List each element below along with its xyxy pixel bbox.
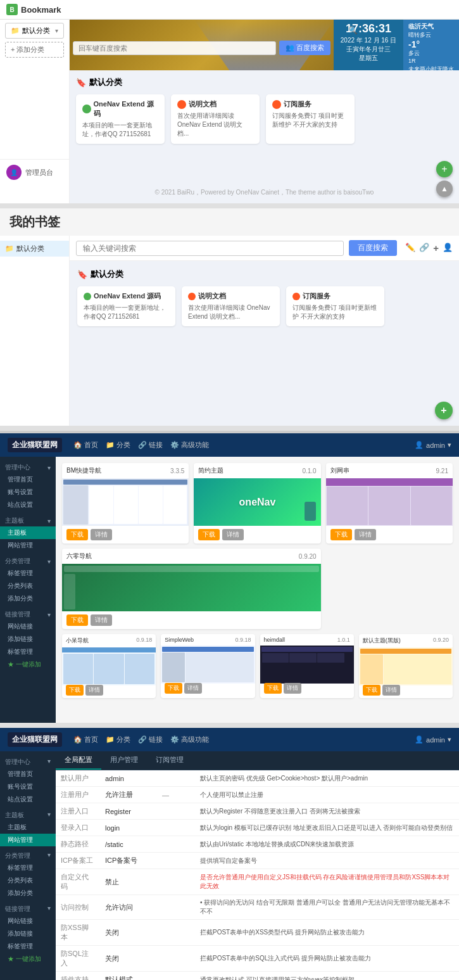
s4-link-tags[interactable]: 标签管理 (0, 862, 56, 874)
theme-liu-dl-btn[interactable]: 下载 (330, 529, 352, 540)
s4-link-catlist[interactable]: 分类列表 (0, 874, 56, 887)
s4-group-cat[interactable]: 分类管理▾ (0, 848, 56, 862)
admin-sidebar-group-cat[interactable]: 分类管理▾ (0, 554, 56, 567)
s4-group-admin[interactable]: 管理中心▾ (0, 754, 56, 768)
s4-link-addcat[interactable]: 添加分类 (0, 887, 56, 900)
theme-xb-dl-btn[interactable]: 下载 (66, 685, 84, 696)
s4-tab-global[interactable]: 全局配置 (56, 751, 101, 770)
theme-hd-dl-btn[interactable]: 下载 (264, 683, 282, 694)
admin-link-weblinks[interactable]: 网站链接 (0, 620, 56, 633)
admin-link-addcat[interactable]: 添加分类 (0, 592, 56, 605)
s4-tab-users[interactable]: 用户管理 (101, 751, 147, 770)
s4-user-menu[interactable]: 👤 admin ▾ (415, 735, 451, 744)
admin-link-batchadd[interactable]: ★ 一键添加 (0, 658, 56, 671)
s1-default-category-btn[interactable]: 📁 默认分类 ▾ (5, 23, 64, 39)
s4-nav-links[interactable]: 🔗 链接 (138, 735, 163, 744)
s4-nav-advanced[interactable]: ⚙️ 高级功能 (170, 735, 209, 744)
s1-clock-date: 2022 年 12 月 16 日 (339, 36, 398, 45)
admin-sidebar-group-admin[interactable]: 管理中心▾ (0, 460, 56, 473)
theme-def-detail-btn[interactable]: 详情 (382, 685, 400, 696)
admin-link-site[interactable]: 站点设置 (0, 499, 56, 511)
theme-sw-name: SimpleWeb (165, 637, 194, 643)
theme-bm-detail-btn[interactable]: 详情 (91, 529, 112, 540)
setting-desc-2: 默认为Register 不得随意更改注册入口 否则将无法被搜索 (195, 803, 459, 820)
admin-sidebar-group-theme[interactable]: 主题板▾ (0, 513, 56, 526)
theme-xb-version: 0.9.18 (136, 637, 152, 645)
admin-nav-advanced[interactable]: ⚙️ 高级功能 (170, 440, 209, 450)
s4-group-links[interactable]: 链接管理▾ (0, 901, 56, 915)
s4-link-batchadd[interactable]: ★ 一键添加 (0, 953, 56, 965)
admin-user-icon: 👤 (415, 441, 424, 449)
s2-edit-icon[interactable]: ✏️ (405, 243, 415, 253)
admin-link-themes[interactable]: 主题板 (0, 526, 56, 539)
s1-weather-temp: -1° (408, 39, 454, 49)
admin-nav-category[interactable]: 📁 分类 (106, 440, 130, 450)
admin-link-sitemgmt[interactable]: 网站管理 (0, 539, 56, 552)
theme-liu-detail-btn[interactable]: 详情 (355, 529, 376, 540)
admin-link-tags[interactable]: 标签管理 (0, 567, 56, 580)
s1-fab-add[interactable]: + (436, 161, 453, 177)
s2-search-btn[interactable]: 百度搜索 (349, 240, 397, 256)
s4-group-theme[interactable]: 主题板▾ (0, 808, 56, 821)
s1-card-0-title: OneNav Extend 源码 (82, 99, 158, 118)
theme-onenav-dl-btn[interactable]: 下载 (198, 529, 220, 540)
s4-link-site[interactable]: 站点设置 (0, 793, 56, 806)
s4-link-addlink[interactable]: 添加链接 (0, 927, 56, 940)
theme-bm-dl-btn[interactable]: 下载 (66, 529, 88, 540)
theme-xb-detail-btn[interactable]: 详情 (85, 685, 103, 696)
setting-key-10: 插件支持 (56, 972, 100, 981)
s1-card-1[interactable]: 说明文档 首次使用请详细阅读 OneNav Extend 说明文档... (171, 94, 260, 144)
theme-ll-detail-btn[interactable]: 详情 (91, 614, 112, 626)
admin-link-home[interactable]: 管理首页 (0, 473, 56, 486)
s1-card-2[interactable]: 订阅服务 订阅服务免费订 项目时更新维护 不开大家的支持 (266, 94, 355, 144)
s2-user-icon[interactable]: 👤 (443, 243, 453, 253)
s2-page-title: 我的书签 (9, 215, 60, 229)
admin-link-catlist[interactable]: 分类列表 (0, 580, 56, 592)
admin-sidebar-group-links[interactable]: 链接管理▾ (0, 607, 56, 620)
theme-onenav-detail-btn[interactable]: 详情 (222, 529, 244, 540)
admin-link-addlink[interactable]: 添加链接 (0, 633, 56, 646)
s2-fab-add[interactable]: + (435, 402, 453, 419)
s2-sidebar-folder-icon: 📁 (5, 245, 14, 253)
s4-link-weblinks[interactable]: 网站链接 (0, 915, 56, 927)
setting-type-3 (157, 820, 195, 836)
s4-link-home[interactable]: 管理首页 (0, 768, 56, 780)
s1-card-0[interactable]: OneNav Extend 源码 本项目的唯一一套更新地址，作者QQ 27115… (76, 94, 165, 144)
theme-hd-detail-btn[interactable]: 详情 (284, 683, 301, 694)
s4-link-sitemgmt-active[interactable]: 网站管理 (0, 834, 56, 846)
s1-search-input[interactable] (73, 41, 276, 55)
theme-def-dl-btn[interactable]: 下载 (363, 685, 380, 696)
setting-key-6: 自定义代码 (56, 869, 100, 895)
s2-card-0-desc: 本项目的唯一一套更新地址，作者QQ 271152681 (84, 303, 169, 321)
s1-wrapper: 📁 默认分类 ▾ + 添加分类 👤 管理员台 (0, 20, 459, 203)
s4-link-themes[interactable]: 主题板 (0, 821, 56, 834)
setting-key-0: 默认用户 (56, 770, 100, 787)
s1-search-btn-icon: 👥 (286, 44, 294, 52)
s4-link-account[interactable]: 账号设置 (0, 780, 56, 793)
s4-nav-cat[interactable]: 📁 分类 (106, 735, 130, 744)
s4-nav-home[interactable]: 🏠 首页 (73, 735, 98, 744)
theme-sw-detail-btn[interactable]: 详情 (184, 683, 202, 694)
admin-nav-links[interactable]: 🔗 链接 (138, 440, 163, 450)
admin-nav-home[interactable]: 🏠 首页 (73, 440, 98, 450)
s4-tab-subscriptions[interactable]: 订阅管理 (147, 751, 192, 770)
theme-ll-dl-btn[interactable]: 下载 (66, 614, 88, 626)
s1-search-btn[interactable]: 👥 百度搜索 (279, 41, 330, 55)
s1-add-category-btn[interactable]: + 添加分类 (5, 42, 64, 58)
theme-card-simple: SimpleWeb 0.9.18 下载 (161, 634, 255, 698)
admin-user-menu[interactable]: 👤 admin ▾ (415, 441, 451, 449)
admin-link-account[interactable]: 账号设置 (0, 486, 56, 499)
s2-card-1[interactable]: 说明文档 首次使用请详细阅读 OneNav Extend 说明文档... (182, 286, 280, 326)
s2-search-input[interactable] (76, 241, 344, 256)
s2-card-0[interactable]: OneNav Extend 源码 本项目的唯一一套更新地址，作者QQ 27115… (77, 286, 175, 326)
theme-sw-dl-btn[interactable]: 下载 (165, 683, 182, 694)
s2-share-icon[interactable]: 🔗 (419, 243, 429, 253)
s2-add-icon[interactable]: + (433, 243, 439, 253)
s2-sidebar-item-default[interactable]: 📁 默认分类 (0, 241, 69, 257)
s1-fab-up[interactable]: ▲ (436, 181, 453, 197)
section2-mybookmarks: 我的书签 📁 默认分类 百度搜索 ✏️ 🔗 + 👤 (0, 208, 459, 426)
theme-hd-preview (260, 646, 354, 680)
s2-card-2[interactable]: 订阅服务 订阅服务免费订 项目时更新维护 不开大家的支持 (286, 286, 384, 326)
admin-link-tagmgmt[interactable]: 标签管理 (0, 646, 56, 658)
s4-link-tagmgmt[interactable]: 标签管理 (0, 940, 56, 953)
